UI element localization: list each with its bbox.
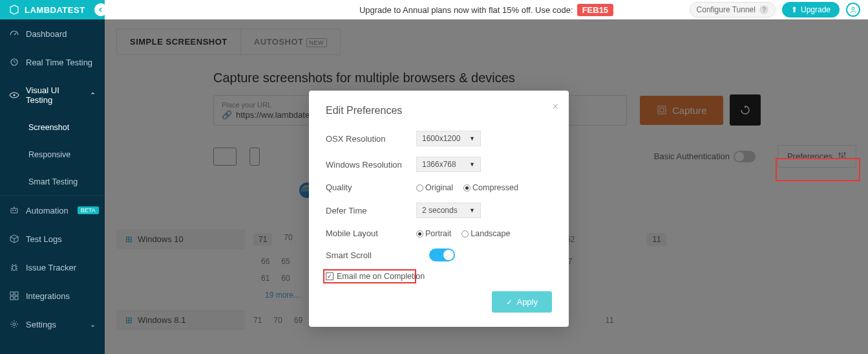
nav-testlogs[interactable]: Test Logs	[0, 225, 105, 253]
landscape-radio[interactable]: Landscape	[461, 229, 510, 238]
modal-title: Edit Preferences	[326, 105, 552, 116]
caret-icon: ▼	[469, 161, 475, 168]
nav-issue[interactable]: Issue Tracker	[0, 253, 105, 282]
sidebar: LAMBDATEST Dashboard Real Time Testing V…	[0, 0, 105, 354]
mobile-layout-label: Mobile Layout	[326, 228, 416, 238]
svg-point-5	[12, 265, 16, 271]
rocket-icon: ⬆	[791, 5, 798, 14]
nav-responsive[interactable]: Responsive	[0, 141, 105, 168]
svg-point-3	[12, 210, 14, 211]
realtime-icon	[9, 57, 19, 67]
svg-point-10	[13, 323, 16, 326]
logo-text: LAMBDATEST	[25, 5, 85, 15]
quality-compressed-radio[interactable]: Compressed	[463, 183, 518, 192]
highlight-email	[323, 269, 416, 283]
bug-icon	[9, 262, 19, 272]
quality-label: Quality	[326, 183, 416, 192]
robot-icon	[9, 205, 19, 216]
avatar[interactable]	[846, 3, 860, 17]
chevron-up-icon: ⌃	[90, 91, 96, 100]
logo-bar: LAMBDATEST	[0, 0, 105, 19]
svg-rect-6	[10, 292, 14, 295]
osx-resolution-select[interactable]: 1600x1200▼	[416, 131, 481, 146]
svg-point-1	[14, 94, 16, 96]
close-icon[interactable]: ×	[553, 101, 558, 113]
configure-tunnel-button[interactable]: Configure Tunnel?	[690, 2, 776, 17]
osx-resolution-label: OSX Resolution	[326, 134, 416, 144]
edit-preferences-modal: Edit Preferences × OSX Resolution1600x12…	[309, 91, 569, 327]
nav-dashboard[interactable]: Dashboard	[0, 19, 105, 48]
win-resolution-select[interactable]: 1366x768▼	[416, 157, 481, 172]
win-resolution-label: Windows Resolution	[326, 160, 416, 170]
smart-scroll-label: Smart Scroll	[326, 250, 416, 260]
chevron-down-icon: ⌄	[90, 320, 96, 329]
svg-rect-2	[11, 208, 17, 213]
banner-code: FEB15	[577, 4, 613, 16]
logo-icon	[9, 5, 19, 15]
apply-button[interactable]: Apply	[492, 291, 552, 313]
nav-visual[interactable]: Visual UI Testing⌃	[0, 76, 105, 114]
nav-automation[interactable]: AutomationBETA	[0, 195, 105, 225]
gear-icon	[9, 319, 19, 329]
grid-icon	[9, 291, 19, 301]
upgrade-button[interactable]: ⬆Upgrade	[782, 2, 840, 17]
nav-integrations[interactable]: Integrations	[0, 282, 105, 310]
eye-icon	[9, 90, 19, 100]
svg-rect-8	[10, 296, 14, 300]
svg-point-4	[15, 210, 16, 211]
nav-settings[interactable]: Settings⌄	[0, 310, 105, 338]
nav-smart[interactable]: Smart Testing	[0, 168, 105, 195]
caret-icon: ▼	[469, 207, 475, 214]
help-icon: ?	[759, 5, 768, 14]
defer-select[interactable]: 2 seconds▼	[416, 203, 481, 218]
svg-rect-7	[15, 292, 18, 295]
dashboard-icon	[9, 28, 19, 39]
smart-scroll-toggle[interactable]	[429, 249, 455, 261]
nav-screenshot[interactable]: Screenshot	[0, 114, 105, 141]
nav-realtime[interactable]: Real Time Testing	[0, 48, 105, 76]
banner-text: Upgrade to Annual plans now with flat 15…	[359, 5, 573, 15]
svg-point-11	[852, 7, 854, 10]
highlight-preferences	[776, 158, 860, 181]
portrait-radio[interactable]: Portrait	[416, 229, 451, 238]
box-icon	[9, 234, 19, 244]
quality-original-radio[interactable]: Original	[416, 183, 453, 192]
caret-icon: ▼	[469, 135, 475, 142]
svg-rect-9	[15, 296, 18, 300]
beta-badge: BETA	[78, 206, 99, 214]
top-banner: Upgrade to Annual plans now with flat 15…	[105, 0, 868, 19]
defer-label: Defer Time	[326, 206, 416, 216]
